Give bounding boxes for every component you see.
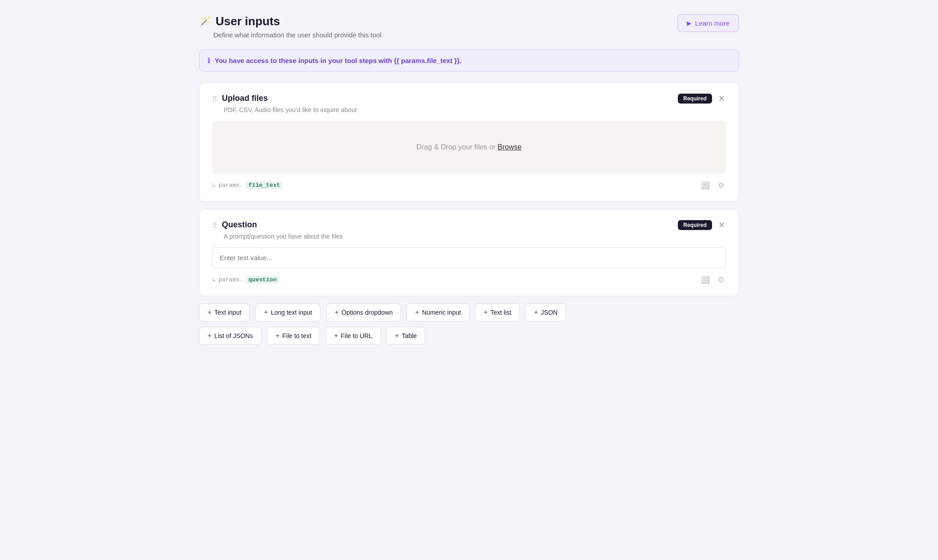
question-param-label: ↳ params.question [212, 276, 279, 284]
plus-icon: + [207, 308, 212, 316]
learn-more-button[interactable]: ▶ Learn more [677, 14, 739, 32]
plus-icon: + [415, 308, 419, 316]
info-banner: ℹ You have access to these inputs in you… [199, 50, 739, 72]
upload-files-card: ⠿ Upload files Required ✕ PDF, CSV, Audi… [199, 82, 739, 202]
add-list-of-jsons-button[interactable]: +List of JSONs [199, 327, 262, 345]
add-buttons-row-1: +Text input+Long text input+Options drop… [199, 303, 739, 321]
question-card-header: ⠿ Question Required ✕ [212, 220, 726, 230]
drag-handle-upload[interactable]: ⠿ [212, 95, 217, 104]
plus-icon: + [334, 308, 338, 316]
question-close-button[interactable]: ✕ [717, 220, 726, 230]
add-text-list-button[interactable]: +Text list [475, 303, 520, 321]
add-text-input-button[interactable]: +Text input [199, 303, 250, 321]
header: 🪄 User inputs Define what information th… [199, 14, 739, 39]
add-buttons-section: +Text input+Long text input+Options drop… [199, 303, 739, 345]
param-value-question: question [246, 276, 279, 284]
settings-param-upload-button[interactable]: ⚙ [716, 180, 726, 190]
question-description: A prompt/question you have about the fil… [224, 233, 726, 240]
param-value-upload: file_text [246, 181, 283, 189]
drag-handle-question[interactable]: ⠿ [212, 221, 217, 230]
add-btn-label: List of JSONs [214, 332, 253, 339]
question-param-row: ↳ params.question ⬜ ⚙ [212, 275, 726, 285]
param-arrow-upload: ↳ [212, 181, 216, 189]
question-actions: Required ✕ [678, 220, 726, 230]
page-container: 🪄 User inputs Define what information th… [199, 14, 739, 345]
info-icon: ℹ [207, 56, 210, 65]
add-btn-label: Text input [214, 309, 241, 316]
question-title: Question [222, 220, 257, 230]
question-required-badge: Required [678, 220, 712, 230]
add-btn-label: Numeric input [422, 309, 461, 316]
param-key-upload: params. [218, 182, 243, 189]
browse-link[interactable]: Browse [498, 143, 522, 151]
plus-icon: + [483, 308, 487, 316]
plus-icon: + [207, 332, 212, 340]
param-key-question: params. [218, 276, 243, 283]
add-btn-label: File to text [282, 332, 311, 339]
add-file-to-text-button[interactable]: +File to text [267, 327, 320, 345]
question-param-icons: ⬜ ⚙ [699, 275, 726, 285]
question-card: ⠿ Question Required ✕ A prompt/question … [199, 209, 739, 296]
copy-param-question-button[interactable]: ⬜ [699, 275, 712, 285]
add-btn-label: JSON [541, 309, 558, 316]
add-btn-label: Text list [491, 309, 512, 316]
header-left: 🪄 User inputs Define what information th… [199, 14, 382, 39]
upload-files-title: Upload files [222, 94, 268, 103]
upload-files-title-area: ⠿ Upload files [212, 94, 268, 104]
add-long-text-input-button[interactable]: +Long text input [255, 303, 320, 321]
add-btn-label: Table [402, 332, 417, 339]
question-text-input[interactable] [212, 247, 726, 268]
page-title: User inputs [216, 14, 280, 28]
drop-zone-text: Drag & Drop your files or [416, 143, 496, 151]
copy-param-upload-button[interactable]: ⬜ [699, 180, 712, 190]
upload-files-param-label: ↳ params.file_text [212, 181, 283, 189]
upload-files-actions: Required ✕ [678, 94, 726, 104]
plus-icon: + [534, 308, 538, 316]
title-icon: 🪄 [199, 16, 211, 27]
add-table-button[interactable]: +Table [386, 327, 425, 345]
upload-files-required-badge: Required [678, 94, 712, 104]
info-banner-text: You have access to these inputs in your … [215, 57, 461, 64]
title-row: 🪄 User inputs [199, 14, 382, 28]
upload-files-description: PDF, CSV, Audio files you'd like to inqu… [224, 106, 726, 113]
play-icon: ▶ [687, 20, 691, 27]
upload-files-close-button[interactable]: ✕ [717, 94, 726, 104]
page-subtitle: Define what information the user should … [213, 31, 382, 39]
upload-files-param-row: ↳ params.file_text ⬜ ⚙ [212, 180, 726, 190]
add-json-button[interactable]: +JSON [525, 303, 566, 321]
question-title-area: ⠿ Question [212, 220, 257, 230]
add-btn-label: File to URL [341, 332, 372, 339]
add-btn-label: Options dropdown [342, 309, 393, 316]
add-buttons-row-2: +List of JSONs+File to text+File to URL+… [199, 327, 739, 345]
plus-icon: + [395, 332, 399, 340]
add-btn-label: Long text input [271, 309, 312, 316]
add-numeric-input-button[interactable]: +Numeric input [406, 303, 469, 321]
add-options-dropdown-button[interactable]: +Options dropdown [326, 303, 401, 321]
param-arrow-question: ↳ [212, 276, 216, 284]
upload-files-card-header: ⠿ Upload files Required ✕ [212, 94, 726, 104]
upload-files-param-icons: ⬜ ⚙ [699, 180, 726, 190]
plus-icon: + [264, 308, 268, 316]
learn-more-label: Learn more [695, 19, 730, 27]
drop-zone[interactable]: Drag & Drop your files or Browse [212, 121, 726, 174]
add-file-to-url-button[interactable]: +File to URL [325, 327, 381, 345]
plus-icon: + [275, 332, 280, 340]
plus-icon: + [334, 332, 338, 340]
settings-param-question-button[interactable]: ⚙ [716, 275, 726, 285]
